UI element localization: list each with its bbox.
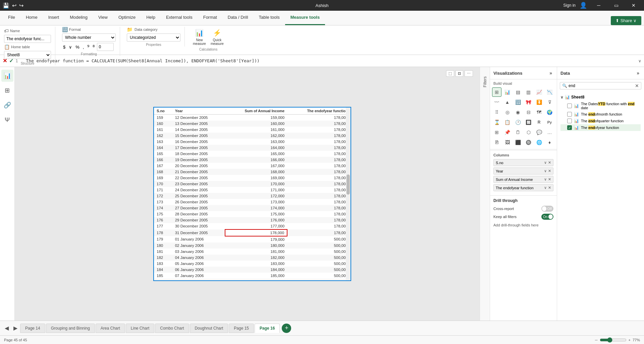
tab-external-tools[interactable]: External tools <box>161 10 198 25</box>
viz-decomp-icon[interactable]: ⬡ <box>524 128 533 137</box>
viz-slicer-icon[interactable]: 🔲 <box>524 118 533 127</box>
viz-donut-icon[interactable]: ◉ <box>513 108 523 117</box>
tab-file[interactable]: File <box>3 10 20 25</box>
endofmonth-checkbox[interactable] <box>567 112 572 117</box>
visual-control-btn1[interactable]: ⬚ <box>446 70 454 77</box>
viz-r-icon[interactable]: R <box>534 118 544 127</box>
viz-100-bar-icon[interactable]: ▥ <box>524 87 533 97</box>
viz-waterfall-icon[interactable]: ⏬ <box>534 97 544 107</box>
data-item-endofmonth[interactable]: 📊 The endofmonth function <box>560 111 641 118</box>
viz-line-bar-icon[interactable]: 🔢 <box>513 97 523 107</box>
viz-treemap-icon[interactable]: ⊟ <box>524 108 533 117</box>
viz-button-icon[interactable]: 🔘 <box>524 138 533 147</box>
zoom-in-icon[interactable]: + <box>629 338 631 342</box>
decimal-symbol[interactable]: ⁹ <box>86 44 90 51</box>
viz-funnel-icon[interactable]: ⊽ <box>545 97 554 107</box>
share-button[interactable]: ⬆ Share ∨ <box>611 16 641 25</box>
sidebar-dax-icon[interactable]: Ψ <box>1 114 13 126</box>
viz-matrix-icon[interactable]: ⊞ <box>492 128 501 137</box>
formula-cancel[interactable]: ✕ <box>3 58 7 64</box>
decimal-input[interactable] <box>97 43 114 51</box>
viz-pie-icon[interactable]: ◎ <box>503 108 512 117</box>
sidebar-model-icon[interactable]: 🔗 <box>1 99 13 111</box>
dollar-symbol[interactable]: $ <box>62 44 66 50</box>
viz-card-icon[interactable]: 📋 <box>503 118 512 127</box>
viz-stacked-col-icon[interactable]: 📉 <box>545 87 554 97</box>
tab-table-tools[interactable]: Table tools <box>254 10 285 25</box>
viz-bar-icon[interactable]: 📊 <box>503 87 512 97</box>
viz-textbox-icon[interactable]: 🖹 <box>492 138 501 147</box>
cross-report-toggle[interactable]: Off <box>541 206 553 212</box>
minimize-button[interactable]: ─ <box>591 0 606 11</box>
comma-symbol[interactable]: , <box>82 44 85 50</box>
page-tab-prev[interactable]: ◀ <box>3 324 11 333</box>
tab-modeling[interactable]: Modeling <box>64 10 93 25</box>
tab-insert[interactable]: Insert <box>43 10 65 25</box>
quick-measure-button[interactable]: ⚡ Quickmeasure <box>209 27 225 46</box>
data-expand-btn[interactable]: » <box>635 70 641 76</box>
viz-line-icon[interactable]: 〰 <box>492 97 501 107</box>
viz-kpi-icon[interactable]: 📌 <box>503 128 512 137</box>
formula-expand[interactable]: ∨ <box>638 59 641 63</box>
viz-col-icon[interactable]: 📈 <box>534 87 544 97</box>
scroll-thumb[interactable] <box>346 175 350 195</box>
viz-scatter-icon[interactable]: ⠿ <box>492 108 501 117</box>
column-sno-remove[interactable]: ✕ <box>548 160 551 165</box>
viz-ribbon-icon[interactable]: 🎀 <box>524 97 533 107</box>
visual-control-btn2[interactable]: ⊡ <box>455 70 463 77</box>
tab-view[interactable]: View <box>93 10 113 25</box>
formula-confirm[interactable]: ✓ <box>9 58 13 64</box>
page-tab-combo[interactable]: Combo Chart <box>155 324 189 333</box>
redo-icon[interactable]: ↪ <box>19 2 23 9</box>
tab-optimize[interactable]: Optimize <box>113 10 141 25</box>
viz-diamond-icon[interactable]: ♦ <box>545 138 554 147</box>
highlighted-cell[interactable]: 178,000 <box>225 229 287 236</box>
endofyear-checkbox[interactable]: ✓ <box>567 125 572 130</box>
viz-qa-icon[interactable]: 💬 <box>534 128 544 137</box>
viz-more-icon[interactable]: … <box>545 128 554 137</box>
viz-shape-icon[interactable]: ⬛ <box>513 138 523 147</box>
page-tab-grouping[interactable]: Grouping and Binning <box>46 324 95 333</box>
undo-icon[interactable]: ↩ <box>12 2 16 9</box>
data-search-box[interactable]: 🔍 ✕ <box>560 82 641 89</box>
data-item-endofquarter[interactable]: 📊 The endofquarter function <box>560 118 641 124</box>
viz-image-icon[interactable]: 🖼 <box>503 138 512 147</box>
viz-clock-icon[interactable]: 🕐 <box>513 118 523 127</box>
zoom-out-icon[interactable]: ─ <box>595 338 598 342</box>
viz-area-icon[interactable]: ▲ <box>503 97 512 107</box>
zoom-slider[interactable] <box>600 337 627 343</box>
tab-home[interactable]: Home <box>20 10 43 25</box>
data-item-datestyd[interactable]: 📊 The DatesYTD function with end date <box>560 101 641 111</box>
data-category-select[interactable]: Uncategorized <box>127 33 180 42</box>
column-year-dropdown[interactable]: ∨ <box>544 169 547 173</box>
endofquarter-checkbox[interactable] <box>567 119 572 123</box>
page-tab-line[interactable]: Line Chart <box>126 324 154 333</box>
save-icon[interactable]: 💾 <box>3 2 9 9</box>
close-button[interactable]: ✕ <box>626 0 641 11</box>
visual-control-btn3[interactable]: ⋯ <box>465 70 473 77</box>
format-select[interactable]: Whole number <box>62 33 116 42</box>
column-income-dropdown[interactable]: ∨ <box>544 177 547 182</box>
viz-globe-icon[interactable]: 🌐 <box>534 138 544 147</box>
data-search-input[interactable] <box>569 83 635 88</box>
percent-symbol[interactable]: % <box>74 44 80 50</box>
page-tab-15[interactable]: Page 15 <box>229 324 254 333</box>
viz-fill-map-icon[interactable]: 🌍 <box>545 108 554 117</box>
sidebar-report-icon[interactable]: 📊 <box>1 70 13 82</box>
vertical-scrollbar[interactable] <box>346 108 351 280</box>
column-income-remove[interactable]: ✕ <box>548 177 551 182</box>
tab-measure-tools[interactable]: Measure tools <box>285 10 325 25</box>
column-sno-dropdown[interactable]: ∨ <box>544 160 547 165</box>
formula-text[interactable]: 1 The endofyear function = CALCULATE(SUM… <box>15 58 636 63</box>
new-measure-button[interactable]: 📊 Newmeasure <box>192 27 207 46</box>
page-tab-next[interactable]: ▶ <box>11 324 19 333</box>
maximize-button[interactable]: ▭ <box>608 0 624 11</box>
keep-filters-toggle[interactable]: On <box>541 214 553 220</box>
tab-help[interactable]: Help <box>141 10 161 25</box>
user-icon[interactable]: 👤 <box>580 2 587 9</box>
column-endofyear-remove[interactable]: ✕ <box>548 186 551 190</box>
drill-add-label[interactable]: Add drill-through fields here <box>493 222 553 228</box>
dropdown-arrow[interactable]: ∨ <box>68 44 73 50</box>
page-tab-doughnut[interactable]: Doughnut Chart <box>190 324 228 333</box>
viz-stacked-bar-icon[interactable]: ▤ <box>513 87 523 97</box>
